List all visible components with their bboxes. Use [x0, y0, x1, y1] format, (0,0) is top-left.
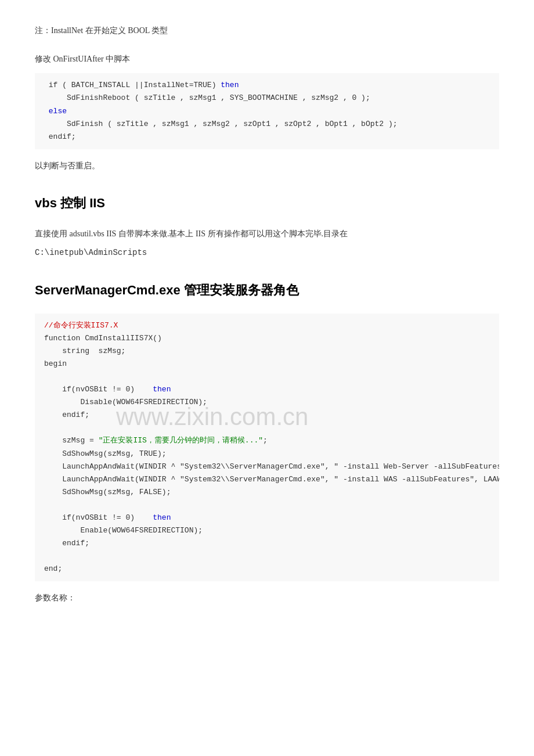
- judgment-text: 以判断与否重启。: [35, 159, 499, 173]
- modify-section: 修改 OnFirstUIAfter 中脚本 if ( BATCH_INSTALL…: [35, 52, 499, 173]
- vbs-section: vbs 控制 IIS 直接使用 adsutil.vbs IIS 自带脚本来做.基…: [35, 192, 499, 260]
- note-text: 注：InstallNet 在开始定义 BOOL 类型: [35, 23, 499, 38]
- vbs-path: C:\inetpub\AdminScripts: [35, 246, 499, 260]
- server-section: ServerManagerCmd.exe 管理安装服务器角色 //命令行安装II…: [35, 279, 499, 606]
- code-block-2: //命令行安装IIS7.X function CmdInstallIIS7X()…: [35, 314, 499, 582]
- note-section: 注：InstallNet 在开始定义 BOOL 类型: [35, 23, 499, 38]
- server-heading: ServerManagerCmd.exe 管理安装服务器角色: [35, 279, 499, 302]
- params-text: 参数名称：: [35, 591, 499, 605]
- code-block-1: if ( BATCH_INSTALL ||InstallNet=TRUE) th…: [35, 73, 499, 149]
- modify-text: 修改 OnFirstUIAfter 中脚本: [35, 52, 499, 66]
- vbs-heading: vbs 控制 IIS: [35, 192, 499, 215]
- vbs-desc: 直接使用 adsutil.vbs IIS 自带脚本来做.基本上 IIS 所有操作…: [35, 226, 499, 241]
